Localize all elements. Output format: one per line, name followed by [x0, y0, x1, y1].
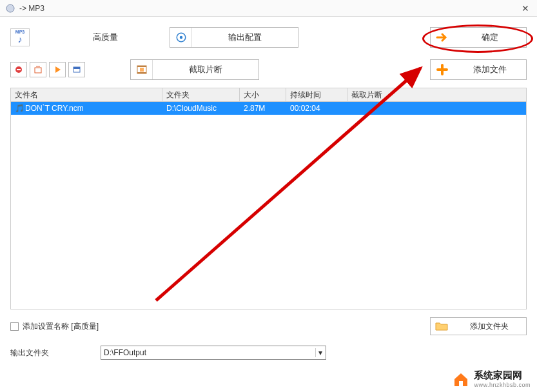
gear-icon	[170, 28, 192, 47]
svg-rect-4	[17, 69, 21, 70]
output-folder-combo[interactable]: D:\FFOutput ▾	[101, 346, 326, 360]
svg-rect-10	[137, 72, 146, 74]
delete-button[interactable]	[10, 62, 27, 77]
quality-label: 高质量	[93, 32, 118, 43]
arrow-right-icon	[431, 28, 454, 47]
col-duration[interactable]: 持续时间	[286, 88, 347, 101]
plus-icon	[431, 60, 454, 79]
save-config-label: 添加设置名称 [高质量]	[23, 321, 99, 332]
svg-point-2	[179, 36, 182, 39]
table-row[interactable]: 🎵 DON`T CRY.ncm D:\CloudMusic 2.87M 00:0…	[11, 102, 526, 115]
trim-button[interactable]: 截取片断	[130, 59, 259, 80]
svg-rect-5	[35, 68, 41, 73]
format-icon[interactable]: MP3 ♪	[10, 28, 30, 46]
titlebar: -> MP3 ✕	[0, 0, 537, 17]
app-icon	[5, 3, 15, 14]
col-size[interactable]: 大小	[240, 88, 286, 101]
chevron-down-icon[interactable]: ▾	[315, 348, 324, 357]
save-config-checkbox[interactable]	[10, 322, 19, 331]
film-icon	[131, 60, 153, 79]
add-file-button[interactable]: 添加文件	[430, 59, 527, 80]
music-note-icon: ♪	[18, 34, 23, 44]
watermark: 系统家园网 www.hnzkhbsb.com	[448, 368, 534, 389]
house-icon	[452, 370, 470, 388]
close-icon[interactable]: ✕	[519, 3, 532, 14]
output-folder-label: 输出文件夹	[10, 348, 101, 358]
folder-icon	[431, 321, 453, 331]
file-music-icon: 🎵	[11, 104, 21, 113]
col-folder[interactable]: 文件夹	[162, 88, 240, 101]
output-config-button[interactable]: 输出配置	[170, 27, 298, 48]
file-list[interactable]: 🎵 DON`T CRY.ncm D:\CloudMusic 2.87M 00:0…	[10, 102, 527, 309]
table-header: 文件名 文件夹 大小 持续时间 截取片断	[10, 88, 527, 102]
svg-rect-13	[459, 381, 463, 386]
svg-rect-11	[140, 68, 144, 72]
options-button[interactable]	[68, 62, 85, 77]
play-button[interactable]	[49, 62, 66, 77]
svg-rect-9	[137, 66, 146, 67]
add-folder-button[interactable]: 添加文件夹	[430, 317, 527, 335]
svg-point-0	[6, 5, 14, 12]
small-toolbar	[10, 62, 85, 77]
ok-button[interactable]: 确定	[430, 27, 527, 48]
window-title: -> MP3	[19, 4, 519, 13]
col-filename[interactable]: 文件名	[11, 88, 162, 101]
clear-button[interactable]	[30, 62, 46, 77]
svg-rect-7	[73, 67, 80, 69]
col-trim[interactable]: 截取片断	[347, 88, 431, 101]
